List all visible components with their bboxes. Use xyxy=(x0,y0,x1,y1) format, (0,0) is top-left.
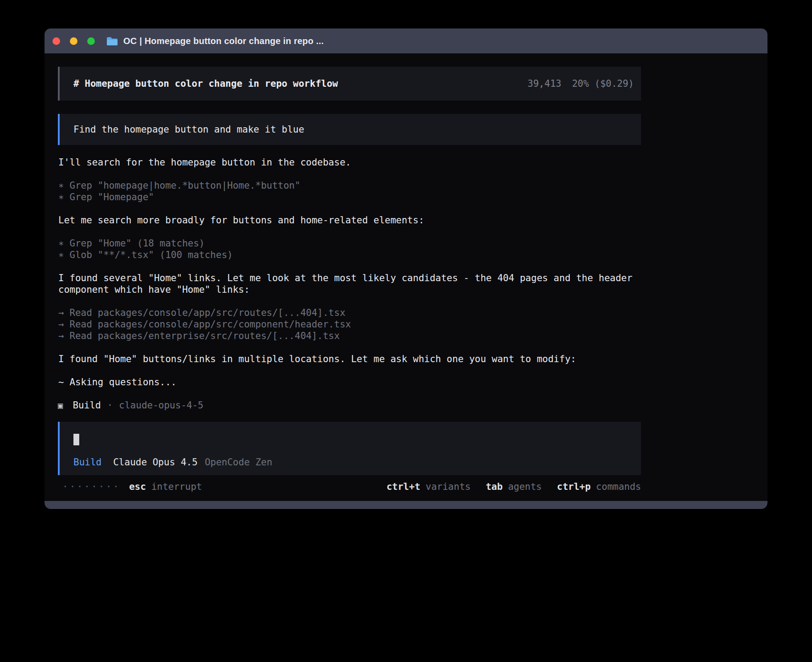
blank-line xyxy=(58,388,641,400)
token-count: 39,413 xyxy=(528,78,561,89)
folder-icon xyxy=(106,36,118,45)
agent-name: Build xyxy=(73,400,101,411)
assistant-text-line: I'll search for the homepage button in t… xyxy=(58,157,641,168)
minimize-button[interactable] xyxy=(70,37,77,45)
blank-line xyxy=(58,203,641,214)
context-usage: 20% ($0.29) xyxy=(572,78,634,89)
prompt-input[interactable]: Build Claude Opus 4.5 OpenCode Zen xyxy=(58,422,641,475)
ctrl-p-key: ctrl+p xyxy=(557,481,591,492)
hint-variants: ctrl+t variants xyxy=(386,481,471,492)
tool-call-line: ∗ Grep "Homepage" xyxy=(58,191,641,203)
session-header: # Homepage button color change in repo w… xyxy=(58,67,641,101)
blank-line xyxy=(58,365,641,376)
tool-call-line: → Read packages/console/app/src/componen… xyxy=(58,319,641,330)
variants-label: variants xyxy=(426,481,471,492)
agent-square-icon: ▣ xyxy=(58,400,63,411)
tool-call-line: ∗ Glob "**/*.tsx" (100 matches) xyxy=(58,249,641,261)
input-provider-label: OpenCode Zen xyxy=(205,456,272,468)
assistant-status-line: ~ Asking questions... xyxy=(58,376,641,388)
blank-line xyxy=(58,226,641,238)
spinner-dots: ········ xyxy=(62,481,120,492)
traffic-lights xyxy=(53,37,95,45)
blank-line xyxy=(58,342,641,353)
terminal-content: # Homepage button color change in repo w… xyxy=(45,53,767,501)
agents-label: agents xyxy=(508,481,542,492)
text-cursor xyxy=(73,434,79,445)
terminal-window: OC | Homepage button color change in rep… xyxy=(45,28,767,509)
hint-agents: tab agents xyxy=(486,481,542,492)
blank-line xyxy=(58,168,641,180)
tab-key: tab xyxy=(486,481,503,492)
hint-commands: ctrl+p commands xyxy=(557,481,641,492)
esc-key: esc xyxy=(129,481,146,492)
user-message: Find the homepage button and make it blu… xyxy=(58,114,641,145)
ctrl-t-key: ctrl+t xyxy=(386,481,420,492)
tool-call-line: → Read packages/console/app/src/routes/[… xyxy=(58,307,641,319)
zoom-button[interactable] xyxy=(87,37,95,45)
titlebar[interactable]: OC | Homepage button color change in rep… xyxy=(45,28,767,53)
tool-call-line: → Read packages/enterprise/src/routes/[.… xyxy=(58,330,641,342)
close-button[interactable] xyxy=(53,37,60,45)
hint-interrupt: esc interrupt xyxy=(129,481,202,492)
window-title: OC | Homepage button color change in rep… xyxy=(123,36,324,46)
assistant-text-line: Let me search more broadly for buttons a… xyxy=(58,214,641,226)
esc-label: interrupt xyxy=(151,481,202,492)
status-bar: ········ esc interrupt ctrl+t variants t… xyxy=(58,480,641,493)
agent-row: ▣ Build · claude-opus-4-5 xyxy=(58,400,641,411)
commands-label: commands xyxy=(596,481,641,492)
separator-dot: · xyxy=(107,400,113,411)
input-meta: Build Claude Opus 4.5 OpenCode Zen xyxy=(73,456,628,468)
user-message-text: Find the homepage button and make it blu… xyxy=(73,124,304,135)
assistant-text-line: I found several "Home" links. Let me loo… xyxy=(58,272,641,295)
agent-model: claude-opus-4-5 xyxy=(119,400,203,411)
assistant-text-line: I found "Home" buttons/links in multiple… xyxy=(58,353,641,365)
tool-call-line: ∗ Grep "Home" (18 matches) xyxy=(58,238,641,249)
input-agent-label[interactable]: Build xyxy=(73,456,102,468)
blank-line xyxy=(58,261,641,272)
session-stats: 39,413 20% ($0.29) xyxy=(528,78,634,89)
conversation: I'll search for the homepage button in t… xyxy=(58,157,641,411)
tool-call-line: ∗ Grep "homepage|home.*button|Home.*butt… xyxy=(58,180,641,191)
session-title: # Homepage button color change in repo w… xyxy=(73,78,338,89)
status-hints: ctrl+t variants tab agents ctrl+p comman… xyxy=(386,481,641,492)
input-model-label[interactable]: Claude Opus 4.5 xyxy=(113,456,198,468)
blank-line xyxy=(58,295,641,307)
